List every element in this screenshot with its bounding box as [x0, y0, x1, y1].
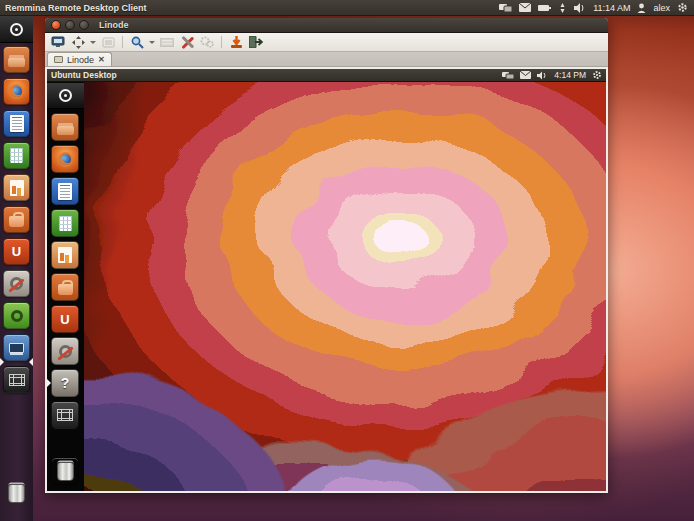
- zoom-magnifier-icon[interactable]: [128, 35, 146, 50]
- desktop-screen: Remmina Remote Desktop Client 11:14 AM a…: [0, 0, 694, 521]
- launcher-item-impress[interactable]: [3, 174, 30, 201]
- host-unity-launcher: U: [0, 16, 33, 521]
- fullscreen-arrows-icon[interactable]: [69, 35, 87, 50]
- remote-wallpaper: [84, 82, 606, 491]
- remmina-window: Linode: [45, 18, 608, 493]
- launcher-item-green-app[interactable]: [3, 302, 30, 329]
- launcher-item-trash[interactable]: [3, 480, 30, 507]
- host-username[interactable]: alex: [653, 3, 670, 13]
- firefox-icon: [9, 84, 24, 99]
- remote-launcher-item-home-folder[interactable]: [51, 113, 79, 141]
- remote-top-panel: Ubuntu Desktop 4:14 PM: [47, 69, 606, 82]
- displays-icon[interactable]: [499, 3, 512, 13]
- running-marker-arrow: [47, 379, 51, 387]
- maximize-button[interactable]: [79, 20, 89, 30]
- window-titlebar[interactable]: Linode: [45, 18, 608, 33]
- folder-drawer-icon: [8, 58, 25, 67]
- host-top-panel: Remmina Remote Desktop Client 11:14 AM a…: [0, 0, 694, 16]
- toolbar-separator: [122, 36, 123, 48]
- launcher-item-dash-home[interactable]: [0, 16, 33, 43]
- gear-wrench-icon: [10, 277, 23, 290]
- window-title: Linode: [99, 20, 129, 30]
- battery-icon[interactable]: [538, 4, 551, 12]
- impress-presentation-icon: [58, 247, 72, 263]
- launcher-item-system-settings[interactable]: [3, 270, 30, 297]
- shopping-bag-icon: [9, 216, 24, 227]
- trash-can-icon: [57, 462, 74, 481]
- chevron-down-icon[interactable]: [149, 41, 155, 44]
- ubuntu-logo-icon: [59, 89, 72, 102]
- scaled-mode-icon[interactable]: [99, 35, 117, 50]
- displays-icon[interactable]: [502, 71, 514, 80]
- mail-icon[interactable]: [519, 3, 531, 12]
- host-clock[interactable]: 11:14 AM: [593, 3, 630, 13]
- tools-icon[interactable]: [178, 35, 196, 50]
- launcher-item-remmina[interactable]: [3, 334, 30, 361]
- disconnect-icon[interactable]: [227, 35, 245, 50]
- quit-icon[interactable]: [247, 35, 265, 50]
- active-app-title: Remmina Remote Desktop Client: [0, 3, 147, 13]
- green-ring-icon: [11, 310, 23, 322]
- tab-close-icon[interactable]: ✕: [98, 55, 105, 64]
- writer-document-icon: [10, 115, 24, 132]
- connection-tabbar: Linode ✕: [45, 52, 608, 67]
- writer-document-icon: [58, 183, 72, 200]
- chevron-down-icon[interactable]: [90, 41, 96, 44]
- close-button[interactable]: [51, 20, 61, 30]
- volume-icon[interactable]: [537, 71, 548, 80]
- remote-launcher-item-writer[interactable]: [51, 177, 79, 205]
- remote-launcher-item-unknown-app[interactable]: ?: [51, 369, 79, 397]
- gear-icon[interactable]: [592, 70, 602, 80]
- keyboard-grab-icon[interactable]: [158, 35, 176, 50]
- remote-launcher-item-ubuntu-one[interactable]: U: [51, 305, 79, 333]
- remote-wallpaper-art: [84, 82, 606, 491]
- gear-wrench-icon: [59, 345, 72, 358]
- remote-desktop-title: Ubuntu Desktop: [47, 70, 117, 80]
- launcher-item-ubuntu-one[interactable]: U: [3, 238, 30, 265]
- workspace-grid-icon: [57, 409, 73, 421]
- workspace-grid-icon: [9, 374, 25, 386]
- toolbar-separator: [221, 36, 222, 48]
- launcher-item-firefox[interactable]: [3, 78, 30, 105]
- remote-launcher-item-workspace-switcher[interactable]: [51, 401, 79, 429]
- remote-launcher-item-system-settings[interactable]: [51, 337, 79, 365]
- remote-launcher-item-dash-home[interactable]: [47, 83, 84, 109]
- sync-arrows-icon[interactable]: [558, 3, 567, 13]
- tab-linode[interactable]: Linode ✕: [47, 52, 112, 66]
- remote-launcher-item-software-center[interactable]: [51, 273, 79, 301]
- firefox-icon: [58, 152, 73, 167]
- remote-viewport[interactable]: Ubuntu Desktop 4:14 PM: [45, 67, 608, 493]
- gears-icon[interactable]: [198, 35, 216, 50]
- connection-tab-icon: [54, 56, 63, 63]
- launcher-item-writer[interactable]: [3, 110, 30, 137]
- minimize-button[interactable]: [65, 20, 75, 30]
- running-marker-arrow: [0, 358, 4, 366]
- letter-u-icon: U: [12, 244, 21, 259]
- remote-launcher-item-firefox[interactable]: [51, 145, 79, 173]
- volume-icon[interactable]: [574, 3, 586, 13]
- launcher-item-calc[interactable]: [3, 142, 30, 169]
- remmina-toolbar: [45, 33, 608, 52]
- remote-display-icon: [9, 343, 24, 353]
- remote-clock[interactable]: 4:14 PM: [554, 70, 586, 80]
- remote-desktop: Ubuntu Desktop 4:14 PM: [47, 69, 606, 491]
- launcher-item-software-center[interactable]: [3, 206, 30, 233]
- remote-unity-launcher: U ?: [47, 82, 84, 491]
- remote-launcher-item-impress[interactable]: [51, 241, 79, 269]
- shopping-bag-icon: [58, 284, 73, 295]
- question-mark-icon: ?: [61, 375, 70, 391]
- remote-launcher-item-calc[interactable]: [51, 209, 79, 237]
- launcher-item-home-folder[interactable]: [3, 46, 30, 73]
- connect-display-icon[interactable]: [49, 35, 67, 50]
- calc-spreadsheet-icon: [59, 216, 72, 231]
- folder-drawer-icon: [57, 126, 74, 135]
- remote-launcher-item-trash[interactable]: [51, 457, 79, 485]
- letter-u-icon: U: [60, 312, 69, 327]
- user-icon[interactable]: [637, 3, 646, 13]
- launcher-item-workspace-switcher[interactable]: [3, 366, 30, 393]
- gear-icon[interactable]: [677, 2, 688, 13]
- tab-label: Linode: [67, 55, 94, 65]
- calc-spreadsheet-icon: [10, 148, 23, 163]
- mail-icon[interactable]: [520, 71, 531, 79]
- focused-marker-arrow: [29, 358, 33, 366]
